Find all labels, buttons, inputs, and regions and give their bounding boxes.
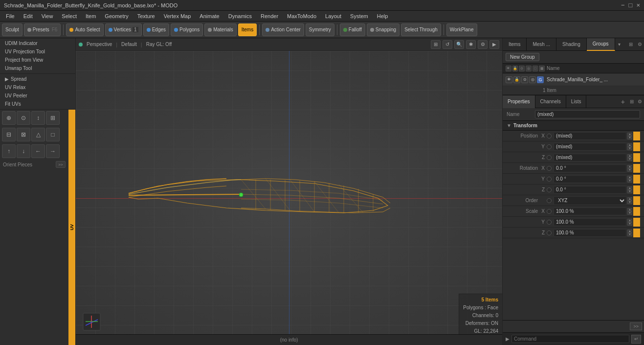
pos-x-orange-btn[interactable] [633,132,640,140]
tool-icon-9[interactable]: ↑ [2,144,16,158]
pos-x-up[interactable]: ▲ [627,133,632,136]
tab-settings-btn[interactable]: ⚙ [636,42,644,47]
symmetry-btn[interactable]: Symmetry [306,23,334,36]
tab-expand-btn[interactable]: ⊞ [626,42,636,47]
prop-settings-btn[interactable]: ⚙ [636,99,644,104]
udim-indicator-item[interactable]: UDIM Indicator [2,39,73,47]
position-z-input[interactable]: (mixed) [554,154,626,161]
polygons-btn[interactable]: Polygons [171,23,203,36]
vp-grid-btn[interactable]: ⊞ [431,40,441,49]
menu-animate[interactable]: Animate [196,12,223,20]
scale-z-orange-btn[interactable] [633,229,640,237]
vp-rotate-btn[interactable]: ↺ [443,40,452,49]
menu-maxtomodo[interactable]: MaxToModo [283,12,320,20]
new-group-button[interactable]: New Group [506,53,539,61]
groups-item-row[interactable]: 👁 🔒 ⊙ ◎ G Schrade_Manilla_Folder_ ... [503,73,644,86]
prop-tab-properties[interactable]: Properties [503,95,535,108]
close-btn[interactable]: × [636,1,640,9]
menu-vertexmap[interactable]: Vertex Map [160,12,195,20]
scale-x-orange-btn[interactable] [633,207,640,216]
tool-icon-7[interactable]: △ [31,128,45,141]
items-btn[interactable]: Items [238,23,257,36]
select-through-btn[interactable]: Select Through [401,23,441,36]
viewport-canvas[interactable]: 5 Items Polygons : Face Channels: 0 Defo… [76,51,502,345]
prop-add-btn[interactable]: + [618,98,628,106]
pos-y-up[interactable]: ▲ [627,143,632,147]
vp-settings-btn[interactable]: ⚙ [478,40,488,49]
order-orange-btn[interactable] [633,196,640,205]
tool-icon-12[interactable]: → [46,144,60,158]
pos-y-down[interactable]: ▼ [627,147,632,150]
scale-y-circle[interactable] [547,220,552,225]
scale-z-circle[interactable] [547,230,552,235]
rot-y-up[interactable]: ▲ [627,176,632,179]
tool-icon-4[interactable]: ⊞ [46,111,60,125]
tab-items[interactable]: Items [503,38,527,51]
rotation-x-input[interactable]: 0.0 ° [554,164,626,172]
materials-btn[interactable]: Materials [204,23,237,36]
menu-render[interactable]: Render [257,12,282,20]
tool-icon-8[interactable]: □ [46,128,60,141]
menu-dynamics[interactable]: Dynamics [224,12,256,20]
presets-btn[interactable]: Presets F6 [24,23,61,36]
minimize-btn[interactable]: − [621,1,625,9]
command-input[interactable] [511,335,629,343]
scale-y-input[interactable]: 100.0 % [554,218,626,226]
pos-z-orange-btn[interactable] [633,153,640,162]
tool-icon-6[interactable]: ⊠ [17,128,30,141]
action-center-btn[interactable]: Action Center [262,23,304,36]
position-z-circle[interactable] [547,155,552,160]
rot-z-up[interactable]: ▲ [627,186,632,190]
rotation-x-circle[interactable] [547,166,552,171]
position-x-circle[interactable] [547,134,552,138]
tool-icon-1[interactable]: ⊕ [2,111,16,125]
tool-icon-2[interactable]: ⊙ [17,111,30,125]
tool-icon-11[interactable]: ← [31,144,45,158]
rot-x-down[interactable]: ▼ [627,168,632,172]
gi-eye-icon[interactable]: 👁 [506,76,512,83]
menu-view[interactable]: View [38,12,57,20]
tab-mesh[interactable]: Mesh ... [527,38,556,51]
scale-z-down[interactable]: ▼ [627,233,632,236]
tab-shading[interactable]: Shading [556,38,587,51]
prop-expand-all-btn[interactable]: >> [630,322,642,330]
command-execute-btn[interactable]: ↵ [631,335,641,344]
scale-y-up[interactable]: ▲ [627,219,632,222]
rot-y-orange-btn[interactable] [633,175,640,184]
menu-select[interactable]: Select [58,12,81,20]
rot-x-up[interactable]: ▲ [627,165,632,168]
vp-play-btn[interactable]: ▶ [489,40,499,49]
pos-x-down[interactable]: ▼ [627,136,632,139]
auto-select-btn[interactable]: Auto Select [66,23,103,36]
tab-groups[interactable]: Groups [587,38,615,51]
uv-projection-tool-item[interactable]: UV Projection Tool [2,47,73,56]
pos-z-down[interactable]: ▼ [627,158,632,161]
menu-item[interactable]: Item [82,12,100,20]
rotation-y-circle[interactable] [547,177,552,182]
menu-texture[interactable]: Texture [133,12,159,20]
scale-x-input[interactable]: 100.0 % [554,207,626,215]
uv-peeler-item[interactable]: UV Peeler [2,92,73,100]
gi-render-icon[interactable]: ◎ [529,76,536,83]
position-y-input[interactable]: (mixed) [554,143,626,151]
sculpt-btn[interactable]: Sculpt [2,23,22,36]
viewport[interactable]: Perspective | Default | Ray GL: Off ⊞ ↺ … [76,38,502,345]
expand-btn[interactable]: >> [56,161,66,168]
prop-tab-channels[interactable]: Channels [535,95,566,108]
tool-icon-3[interactable]: ↕ [31,111,45,125]
scale-z-input[interactable]: 100.0 % [554,229,626,237]
snapping-btn[interactable]: Snapping [367,23,400,36]
order-select[interactable]: XYZ [554,196,626,205]
menu-geometry[interactable]: Geometry [101,12,132,20]
unwrap-tool-item[interactable]: Unwrap Tool [2,64,73,72]
rotation-z-input[interactable]: 0.0 ° [554,186,626,194]
falloff-btn[interactable]: Falloff [340,23,365,36]
edges-btn[interactable]: Edges [143,23,169,36]
tool-icon-10[interactable]: ↓ [17,144,30,158]
tool-icon-5[interactable]: ⊟ [2,128,16,141]
scale-x-down[interactable]: ▼ [627,211,632,215]
window-controls[interactable]: − □ × [621,1,640,9]
rot-z-down[interactable]: ▼ [627,190,632,193]
vp-zoom-btn[interactable]: 🔍 [454,40,464,49]
menu-edit[interactable]: Edit [20,12,37,20]
